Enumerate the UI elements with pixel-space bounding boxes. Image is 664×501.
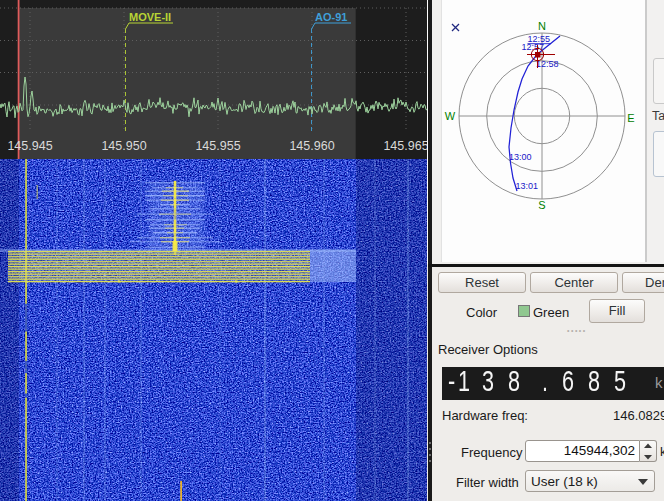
svg-text:N: N bbox=[538, 20, 546, 32]
svg-text:S: S bbox=[538, 199, 545, 211]
svg-text:W: W bbox=[445, 110, 456, 122]
svg-text:E: E bbox=[627, 112, 634, 124]
svg-text:13:01: 13:01 bbox=[516, 181, 539, 191]
svg-text:13:00: 13:00 bbox=[509, 152, 532, 162]
